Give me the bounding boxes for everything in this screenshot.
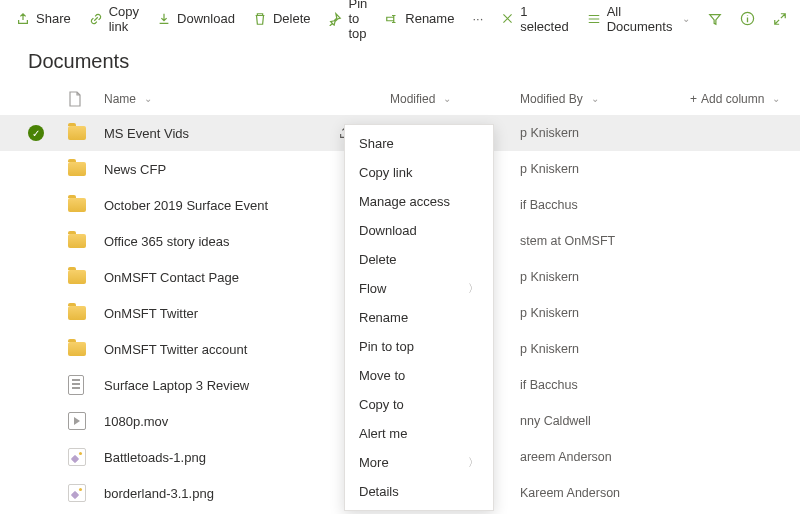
copy-link-button[interactable]: Copy link	[81, 0, 147, 38]
column-modified-by[interactable]: Modified By ⌄	[520, 92, 690, 106]
copy-link-label: Copy link	[109, 4, 139, 34]
context-menu-label: More	[359, 455, 389, 470]
rename-label: Rename	[405, 11, 454, 26]
folder-icon	[68, 306, 86, 320]
image-icon	[68, 448, 86, 466]
item-modified-by: nny Caldwell	[520, 414, 690, 428]
clear-selection-button[interactable]: 1 selected	[493, 0, 576, 38]
item-modified-by: Kareem Anderson	[520, 486, 690, 500]
context-menu-item[interactable]: Move to	[345, 361, 493, 390]
item-modified-by: p Kniskern	[520, 306, 690, 320]
ellipsis-icon: ···	[472, 11, 483, 26]
folder-icon	[68, 162, 86, 176]
column-header-row: Name ⌄ Modified ⌄ Modified By ⌄ + Add co…	[0, 83, 800, 115]
item-modified-by: p Kniskern	[520, 270, 690, 284]
context-menu-item[interactable]: Pin to top	[345, 332, 493, 361]
column-add[interactable]: + Add column ⌄	[690, 92, 800, 106]
item-name[interactable]: OnMSFT Twitter account	[104, 342, 247, 357]
context-menu-item[interactable]: Manage access	[345, 187, 493, 216]
context-menu-label: Details	[359, 484, 399, 499]
item-name[interactable]: News CFP	[104, 162, 166, 177]
context-menu-item[interactable]: Details	[345, 477, 493, 506]
column-modified-by-label: Modified By	[520, 92, 583, 106]
context-menu-item[interactable]: Alert me	[345, 419, 493, 448]
chevron-down-icon: ⌄	[682, 13, 690, 24]
pin-label: Pin to top	[348, 0, 367, 41]
page-title: Documents	[0, 38, 800, 83]
context-menu-item[interactable]: Rename	[345, 303, 493, 332]
video-icon	[68, 412, 86, 430]
column-modified-label: Modified	[390, 92, 435, 106]
share-icon	[16, 12, 30, 26]
context-menu-label: Share	[359, 136, 394, 151]
column-modified[interactable]: Modified ⌄	[390, 92, 520, 106]
context-menu-item[interactable]: Delete	[345, 245, 493, 274]
item-name[interactable]: October 2019 Surface Event	[104, 198, 268, 213]
pin-icon	[328, 12, 342, 26]
checkmark-icon[interactable]: ✓	[28, 125, 44, 141]
chevron-down-icon: ⌄	[443, 93, 451, 104]
chevron-down-icon: ⌄	[144, 93, 152, 104]
expand-icon	[773, 12, 787, 26]
delete-label: Delete	[273, 11, 311, 26]
item-modified-by: if Bacchus	[520, 378, 690, 392]
selected-count: 1 selected	[520, 4, 568, 34]
context-menu-item[interactable]: More〉	[345, 448, 493, 477]
item-name[interactable]: 1080p.mov	[104, 414, 168, 429]
item-name[interactable]: OnMSFT Twitter	[104, 306, 198, 321]
more-actions-button[interactable]: ···	[464, 7, 491, 30]
folder-icon	[68, 270, 86, 284]
folder-icon	[68, 234, 86, 248]
context-menu: ShareCopy linkManage accessDownloadDelet…	[344, 124, 494, 511]
info-button[interactable]	[732, 7, 763, 30]
item-name[interactable]: Office 365 story ideas	[104, 234, 230, 249]
view-mode-dropdown[interactable]: All Documents ⌄	[579, 0, 699, 38]
item-name[interactable]: borderland-3.1.png	[104, 486, 214, 501]
folder-icon	[68, 342, 86, 356]
context-menu-label: Pin to top	[359, 339, 414, 354]
rename-button[interactable]: Rename	[377, 7, 462, 30]
column-type-icon[interactable]	[68, 91, 104, 107]
context-menu-item[interactable]: Copy link	[345, 158, 493, 187]
pin-to-top-button[interactable]: Pin to top	[320, 0, 375, 45]
item-name[interactable]: Surface Laptop 3 Review	[104, 378, 249, 393]
item-modified-by: areem Anderson	[520, 450, 690, 464]
link-icon	[89, 12, 103, 26]
item-name[interactable]: OnMSFT Contact Page	[104, 270, 239, 285]
close-icon	[501, 12, 514, 25]
toolbar: Share Copy link Download Delete Pin to t…	[0, 0, 800, 38]
list-icon	[587, 12, 601, 26]
item-modified-by: p Kniskern	[520, 342, 690, 356]
context-menu-label: Copy link	[359, 165, 412, 180]
chevron-right-icon: 〉	[468, 455, 479, 470]
info-icon	[740, 11, 755, 26]
context-menu-label: Flow	[359, 281, 386, 296]
context-menu-item[interactable]: Copy to	[345, 390, 493, 419]
column-name[interactable]: Name ⌄	[104, 92, 338, 106]
chevron-down-icon: ⌄	[591, 93, 599, 104]
document-icon	[68, 375, 84, 395]
column-name-label: Name	[104, 92, 136, 106]
share-button[interactable]: Share	[8, 7, 79, 30]
item-name[interactable]: Battletoads-1.png	[104, 450, 206, 465]
filter-button[interactable]	[700, 8, 730, 30]
context-menu-item[interactable]: Download	[345, 216, 493, 245]
download-button[interactable]: Download	[149, 7, 243, 30]
context-menu-label: Rename	[359, 310, 408, 325]
item-modified-by: if Bacchus	[520, 198, 690, 212]
context-menu-label: Download	[359, 223, 417, 238]
item-modified-by: stem at OnMSFT	[520, 234, 690, 248]
context-menu-label: Copy to	[359, 397, 404, 412]
rename-icon	[385, 12, 399, 26]
context-menu-item[interactable]: Flow〉	[345, 274, 493, 303]
context-menu-item[interactable]: Share	[345, 129, 493, 158]
download-icon	[157, 12, 171, 26]
delete-icon	[253, 12, 267, 26]
item-name[interactable]: MS Event Vids	[104, 126, 189, 141]
plus-icon: +	[690, 92, 697, 106]
item-modified-by: p Kniskern	[520, 162, 690, 176]
expand-button[interactable]	[765, 8, 795, 30]
context-menu-label: Alert me	[359, 426, 407, 441]
delete-button[interactable]: Delete	[245, 7, 319, 30]
download-label: Download	[177, 11, 235, 26]
